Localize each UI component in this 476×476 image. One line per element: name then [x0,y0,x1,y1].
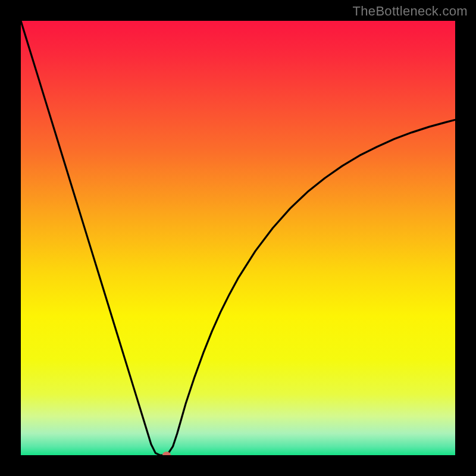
watermark-text: TheBottleneck.com [353,4,468,19]
plot-area [21,21,455,455]
background-gradient [21,21,455,455]
svg-rect-0 [21,21,455,455]
chart-frame: TheBottleneck.com [0,0,476,476]
